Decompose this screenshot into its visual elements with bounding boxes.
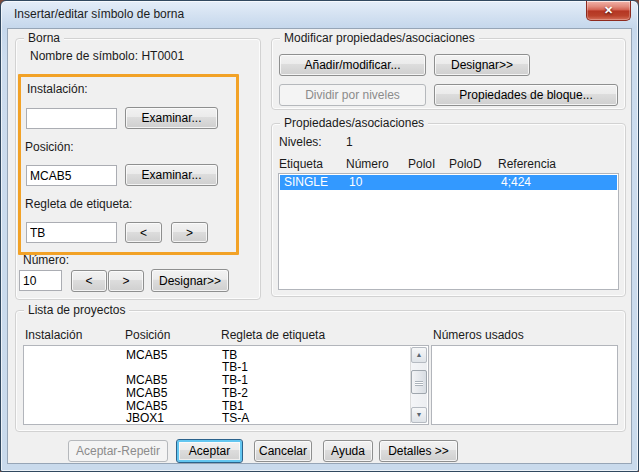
proj-col-instalacion: Instalación [25, 328, 82, 342]
symbol-name-value: HT0001 [141, 49, 184, 63]
proyectos-scrollbar[interactable]: ▲ ▼ [410, 347, 427, 423]
window-title: Insertar/editar símbolo de borna [14, 7, 184, 21]
scroll-up-icon[interactable]: ▲ [411, 347, 427, 363]
detalles-button[interactable]: Detalles >> [379, 440, 458, 462]
group-propiedades-label: Propiedades/asociaciones [280, 116, 428, 130]
symbol-name-label: Nombre de símbolo: HT0001 [30, 49, 184, 63]
prop-col-poloi: PoloI [408, 157, 435, 171]
close-icon: ✕ [604, 3, 613, 17]
dividir-niveles-button: Dividir por niveles [279, 84, 426, 106]
propiedades-selected-row[interactable]: SINGLE 10 4;424 [280, 175, 617, 190]
group-modificar-label: Modificar propiedades/asociaciones [280, 31, 479, 45]
dialog-window: Insertar/editar símbolo de borna ✕ Borna… [0, 0, 639, 472]
posicion-input[interactable] [26, 165, 117, 186]
regleta-next-button[interactable]: > [171, 222, 208, 243]
anadir-modificar-button[interactable]: Añadir/modificar... [279, 54, 426, 76]
aceptar-repetir-button: Aceptar-Repetir [68, 440, 168, 462]
proyectos-list[interactable]: MCAB5 TB TB-1 MCAB5 TB-1 MCAB5 TB-2 MCAB… [23, 345, 429, 425]
instalacion-input[interactable] [26, 108, 117, 129]
numero-next-button[interactable]: > [108, 270, 144, 292]
titlebar[interactable]: Insertar/editar símbolo de borna [1, 1, 638, 28]
prop-col-polod: PoloD [449, 157, 482, 171]
numero-input[interactable] [19, 270, 62, 291]
dialog-client-area: Borna Nombre de símbolo: HT0001 Instalac… [7, 28, 632, 464]
numero-designar-button[interactable]: Designar>> [151, 269, 229, 292]
regleta-label: Regleta de etiqueta: [25, 197, 132, 211]
scroll-down-icon[interactable]: ▼ [411, 407, 427, 423]
numero-prev-button[interactable]: < [71, 270, 107, 292]
row-referencia: 4;424 [501, 175, 531, 190]
row-numero: 10 [349, 175, 362, 190]
prop-col-referencia: Referencia [498, 157, 556, 171]
proyectos-row[interactable]: TB-1 [24, 361, 412, 374]
posicion-label: Posición: [25, 140, 74, 154]
cancelar-button[interactable]: Cancelar [254, 440, 312, 462]
proyectos-row[interactable]: MCAB5 TB-1 [24, 374, 412, 387]
prop-col-etiqueta: Etiqueta [279, 157, 323, 171]
aceptar-button[interactable]: Aceptar [176, 439, 243, 463]
instalacion-label: Instalación: [27, 82, 88, 96]
scrollbar-thumb[interactable] [411, 370, 427, 394]
numero-label: Número: [23, 253, 69, 267]
propiedades-list[interactable]: SINGLE 10 4;424 [278, 173, 619, 290]
group-borna-label: Borna [24, 31, 64, 45]
proj-col-posicion: Posición [125, 328, 170, 342]
scrollbar-grip-icon [415, 381, 423, 386]
examinar-posicion-button[interactable]: Examinar... [125, 164, 218, 186]
proyectos-row[interactable]: MCAB5 TB-2 [24, 387, 412, 400]
numeros-usados-label: Números usados [433, 328, 524, 342]
close-button[interactable]: ✕ [586, 1, 631, 21]
designar-button[interactable]: Designar>> [434, 54, 530, 76]
regleta-prev-button[interactable]: < [125, 222, 162, 243]
regleta-input[interactable] [26, 222, 117, 243]
ayuda-button[interactable]: Ayuda [323, 440, 373, 462]
niveles-value: 1 [346, 135, 353, 149]
niveles-label: Niveles: [279, 135, 322, 149]
prop-col-numero: Número [346, 157, 389, 171]
proj-col-regleta: Regleta de etiqueta [221, 328, 325, 342]
propiedades-bloque-button[interactable]: Propiedades de bloque... [434, 84, 618, 106]
examinar-instalacion-button[interactable]: Examinar... [125, 107, 218, 129]
proyectos-row[interactable]: JBOX1 TS-A [24, 412, 412, 425]
row-etiqueta: SINGLE [284, 175, 328, 190]
numeros-usados-list[interactable] [431, 345, 618, 425]
group-proyectos-label: Lista de proyectos [24, 303, 129, 317]
